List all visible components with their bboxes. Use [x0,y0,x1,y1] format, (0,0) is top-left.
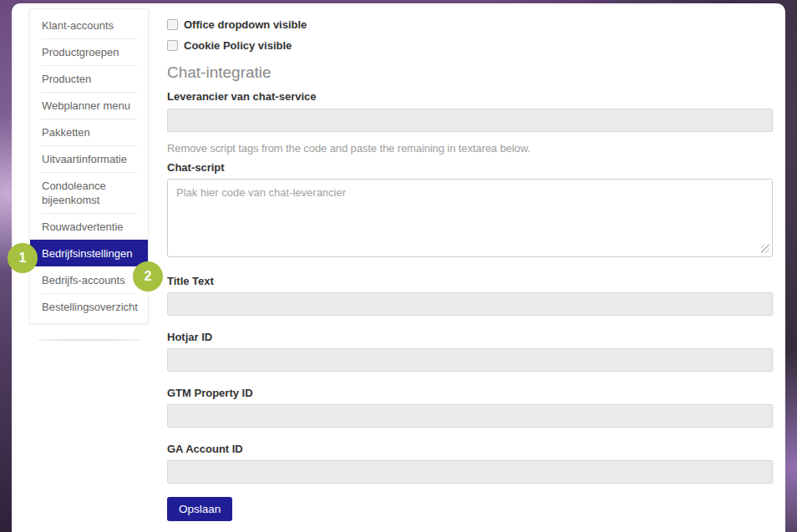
annotation-badge-2: 2 [133,261,163,291]
settings-form: Office dropdown visible Cookie Policy vi… [167,3,773,521]
cookie-policy-visible-label: Cookie Policy visible [184,39,292,52]
cookie-policy-visible-checkbox[interactable] [167,40,178,51]
office-dropdown-visible-label: Office dropdown visible [184,18,307,31]
sidebar-item-pakketten[interactable]: Pakketten [41,119,137,145]
sidebar-item-label: Bedrijfs-accounts [42,274,125,286]
gtm-property-id-label: GTM Property ID [167,386,773,400]
chat-script-wrap [167,179,773,257]
chat-script-label: Chat-script [167,160,773,175]
cookie-policy-visible-row: Cookie Policy visible [167,38,773,53]
sidebar-item-label: Uitvaartinformatie [42,153,127,165]
sidebar-item-label: Condoleance bijeenkomst [42,180,106,206]
sidebar-item-label: Productgroepen [42,46,119,58]
sidebar-item-klant-accounts[interactable]: Klant-accounts [41,13,137,38]
sidebar-nav: Klant-accounts Productgroepen Producten … [29,8,149,324]
sidebar-item-webplanner-menu[interactable]: Webplanner menu [41,92,137,119]
sidebar-item-productgroepen[interactable]: Productgroepen [41,38,137,65]
save-button[interactable]: Opslaan [167,497,232,521]
title-text-label: Title Text [167,274,773,288]
sidebar-item-bedrijfsinstellingen[interactable]: Bedrijfsinstellingen [30,240,148,266]
resize-handle-icon[interactable] [761,245,769,253]
office-dropdown-visible-row: Office dropdown visible [167,18,773,32]
sidebar-item-producten[interactable]: Producten [41,65,137,92]
sidebar-item-label: Bedrijfsinstellingen [42,247,132,260]
sidebar-bottom-shadow [37,339,144,341]
hotjar-id-input[interactable] [167,348,773,372]
chat-script-textarea[interactable] [167,179,773,257]
sidebar-item-bestellingsoverzicht[interactable]: Bestellingsoverzicht [41,293,137,320]
office-dropdown-visible-checkbox[interactable] [167,19,178,30]
sidebar-item-bedrijfs-accounts[interactable]: Bedrijfs-accounts [41,266,137,293]
sidebar-item-uitvaartinformatie[interactable]: Uitvaartinformatie [41,145,137,172]
script-help-text: Remove script tags from the code and pas… [167,142,773,155]
content-card: Klant-accounts Productgroepen Producten … [12,3,785,532]
sidebar-item-label: Producten [42,73,91,85]
sidebar-item-rouwadvertentie[interactable]: Rouwadvertentie [41,213,137,240]
sidebar-item-label: Klant-accounts [42,19,114,32]
sidebar-item-label: Webplanner menu [42,99,130,112]
gtm-property-id-input[interactable] [167,404,773,428]
ga-account-id-label: GA Account ID [167,442,773,456]
ga-account-id-input[interactable] [167,460,773,484]
chat-supplier-input[interactable] [167,109,773,132]
chat-supplier-label: Leverancier van chat-service [167,89,773,104]
title-text-input[interactable] [167,292,773,316]
sidebar-item-label: Rouwadvertentie [42,220,124,233]
sidebar-item-label: Pakketten [42,126,90,139]
section-heading: Chat-integratie [167,63,773,82]
sidebar-item-condoleance-bijeenkomst[interactable]: Condoleance bijeenkomst [41,172,137,213]
sidebar-item-label: Bestellingsoverzicht [42,301,138,313]
annotation-badge-1: 1 [8,243,38,273]
hotjar-id-label: Hotjar ID [167,330,773,344]
